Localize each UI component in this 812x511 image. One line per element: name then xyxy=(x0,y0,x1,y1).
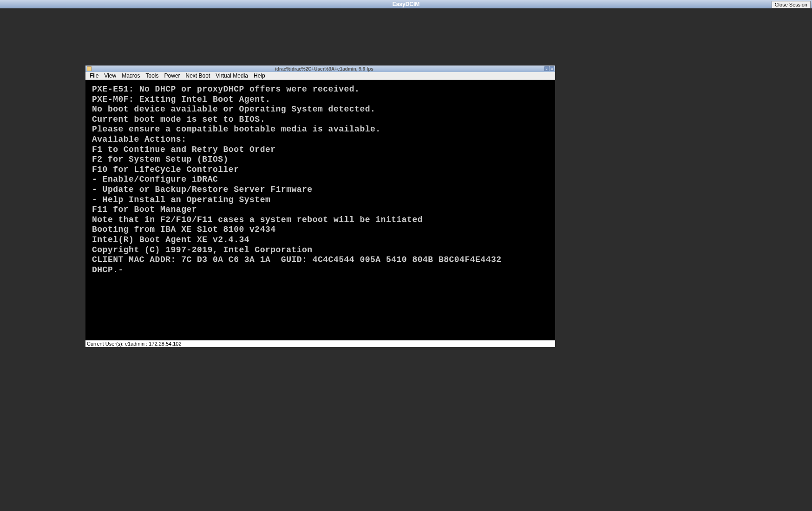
console-line: CLIENT MAC ADDR: 7C D3 0A C6 3A 1A GUID:… xyxy=(92,255,549,265)
java-icon xyxy=(87,66,92,71)
minimize-icon[interactable]: - xyxy=(544,66,549,71)
outer-header: EasyDCIM Close Session xyxy=(0,0,812,8)
console-line: F1 to Continue and Retry Boot Order xyxy=(92,145,549,155)
console-line: - Help Install an Operating System xyxy=(92,195,549,205)
console-line: Intel(R) Boot Agent XE v2.4.34 xyxy=(92,235,549,245)
menu-macros[interactable]: Macros xyxy=(119,72,143,79)
console-line: No boot device available or Operating Sy… xyxy=(92,105,549,115)
console-line: F10 for LifeCycle Controller xyxy=(92,165,549,175)
close-icon[interactable]: × xyxy=(550,66,554,71)
menu-next-boot[interactable]: Next Boot xyxy=(183,72,213,79)
menu-help[interactable]: Help xyxy=(251,72,268,79)
console-line: PXE-M0F: Exiting Intel Boot Agent. xyxy=(92,95,549,105)
console-line: - Enable/Configure iDRAC xyxy=(92,175,549,185)
console-line: Note that in F2/F10/F11 cases a system r… xyxy=(92,215,549,225)
titlebar-controls: - × xyxy=(544,66,554,71)
console-line: Current boot mode is set to BIOS. xyxy=(92,115,549,125)
console-line: Please ensure a compatible bootable medi… xyxy=(92,124,549,135)
outer-title: EasyDCIM xyxy=(393,1,420,7)
status-text: Current User(s): e1admin : 172.28.54.102 xyxy=(87,341,182,347)
console-line: Copyright (C) 1997-2019, Intel Corporati… xyxy=(92,245,549,256)
console-line: F11 for Boot Manager xyxy=(92,205,549,215)
console-line: F2 for System Setup (BIOS) xyxy=(92,155,549,165)
console-line: Available Actions: xyxy=(92,135,549,145)
console-line: DHCP.- xyxy=(92,265,549,275)
window-title: idrac%idrac%2C+User%3A+e1admin, 9.6 fps xyxy=(93,66,555,72)
menu-tools[interactable]: Tools xyxy=(143,72,161,79)
window-titlebar[interactable]: idrac%idrac%2C+User%3A+e1admin, 9.6 fps … xyxy=(85,66,555,72)
menu-virtual-media[interactable]: Virtual Media xyxy=(213,72,251,79)
menu-file[interactable]: File xyxy=(87,72,101,79)
console-line: - Update or Backup/Restore Server Firmwa… xyxy=(92,185,549,195)
console-screen[interactable]: PXE-E51: No DHCP or proxyDHCP offers wer… xyxy=(85,80,555,340)
menu-view[interactable]: View xyxy=(101,72,119,79)
statusbar: Current User(s): e1admin : 172.28.54.102 xyxy=(85,340,555,347)
menubar: File View Macros Tools Power Next Boot V… xyxy=(85,72,555,80)
close-session-button[interactable]: Close Session xyxy=(772,1,811,8)
menu-power[interactable]: Power xyxy=(162,72,183,79)
console-line: Booting from IBA XE Slot 8100 v2434 xyxy=(92,225,549,235)
console-window: idrac%idrac%2C+User%3A+e1admin, 9.6 fps … xyxy=(85,66,555,347)
console-line: PXE-E51: No DHCP or proxyDHCP offers wer… xyxy=(92,85,549,95)
